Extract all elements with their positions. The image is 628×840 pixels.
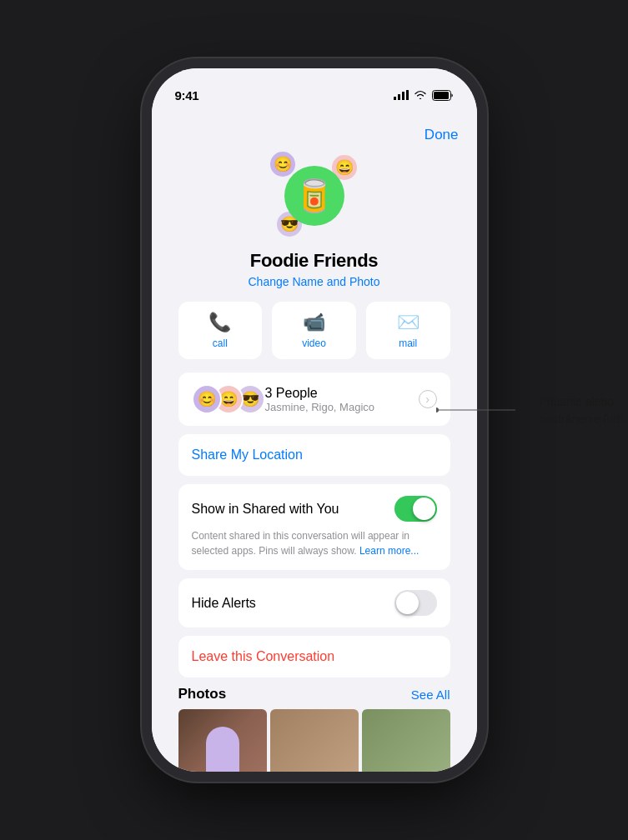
action-buttons-row: 📞 call 📹 video ✉️ mail xyxy=(165,302,464,372)
done-row: Done xyxy=(165,123,464,150)
status-time: 9:41 xyxy=(175,88,199,102)
show-shared-description: Content shared in this conversation will… xyxy=(192,528,437,558)
share-location-card[interactable]: Share My Location xyxy=(178,434,450,476)
people-avatars: 😊 😄 😎 xyxy=(192,384,257,414)
done-button[interactable]: Done xyxy=(425,127,459,143)
leave-conversation-card[interactable]: Leave this Conversation xyxy=(178,636,450,678)
photos-title: Photos xyxy=(178,686,227,702)
avatar-cluster: 😊 😄 😎 🥫 xyxy=(269,150,360,242)
leave-conversation-text: Leave this Conversation xyxy=(192,649,335,663)
svg-rect-0 xyxy=(394,97,396,100)
wifi-icon xyxy=(414,90,427,100)
show-shared-toggle-row: Show in Shared with You xyxy=(192,496,437,522)
people-card[interactable]: 😊 😄 😎 3 People Jasmine, Rigo, Magico › xyxy=(178,372,450,426)
photos-section: Photos See All xyxy=(165,686,464,772)
show-shared-label: Show in Shared with You xyxy=(192,502,339,517)
share-location-text: Share My Location xyxy=(192,448,303,462)
photo-thumb-1[interactable] xyxy=(178,709,267,772)
call-icon: 📞 xyxy=(208,312,231,333)
annotation-text: Pridanie alebo odstránenie ľudí. xyxy=(540,393,629,428)
show-shared-card: Show in Shared with You Content shared i… xyxy=(178,484,450,570)
video-icon: 📹 xyxy=(303,312,325,333)
mail-button[interactable]: ✉️ mail xyxy=(366,302,450,359)
mail-label: mail xyxy=(399,338,417,349)
sheet: Done 😊 😄 😎 xyxy=(152,110,477,772)
hide-alerts-row: Hide Alerts xyxy=(178,578,450,628)
people-names: Jasmine, Rigo, Magico xyxy=(265,401,419,413)
photo-thumb-2[interactable] xyxy=(270,709,359,772)
svg-rect-1 xyxy=(398,94,400,100)
people-count: 3 People xyxy=(265,386,419,401)
people-info: 3 People Jasmine, Rigo, Magico xyxy=(265,386,419,413)
can-icon: 🥫 xyxy=(294,180,334,212)
photo-thumb-3[interactable] xyxy=(362,709,450,772)
photos-grid xyxy=(178,709,450,772)
person-avatar-1: 😊 xyxy=(192,384,222,414)
people-chevron-icon[interactable]: › xyxy=(419,390,437,408)
photo-person xyxy=(178,709,267,772)
signal-icon xyxy=(394,90,409,100)
hide-alerts-label: Hide Alerts xyxy=(192,596,256,611)
hide-alerts-toggle[interactable] xyxy=(394,590,437,616)
call-label: call xyxy=(213,338,228,349)
mail-icon: ✉️ xyxy=(397,312,420,333)
people-card-row: 😊 😄 😎 3 People Jasmine, Rigo, Magico › xyxy=(178,372,450,426)
call-button[interactable]: 📞 call xyxy=(178,302,263,359)
photos-header: Photos See All xyxy=(178,686,450,702)
share-location-row: Share My Location xyxy=(178,434,450,476)
battery-icon xyxy=(432,90,454,101)
video-button[interactable]: 📹 video xyxy=(272,302,356,359)
learn-more-link[interactable]: Learn more... xyxy=(359,545,419,557)
see-all-link[interactable]: See All xyxy=(411,688,450,702)
screen-content: Done 😊 😄 😎 xyxy=(152,110,477,772)
video-label: video xyxy=(302,338,326,349)
hide-alerts-card: Hide Alerts xyxy=(178,578,450,628)
group-name: Foodie Friends xyxy=(250,250,378,272)
svg-rect-3 xyxy=(406,90,409,100)
group-main-avatar: 🥫 xyxy=(284,166,344,226)
svg-rect-5 xyxy=(434,92,449,99)
svg-rect-2 xyxy=(402,92,404,100)
toggle-knob-on xyxy=(413,498,435,520)
group-header: 😊 😄 😎 🥫 Foodie Friends xyxy=(165,150,464,302)
change-name-photo-link[interactable]: Change Name and Photo xyxy=(249,275,380,288)
toggle-knob-off xyxy=(396,592,419,614)
status-icons xyxy=(394,90,454,101)
show-shared-toggle[interactable] xyxy=(394,496,437,522)
